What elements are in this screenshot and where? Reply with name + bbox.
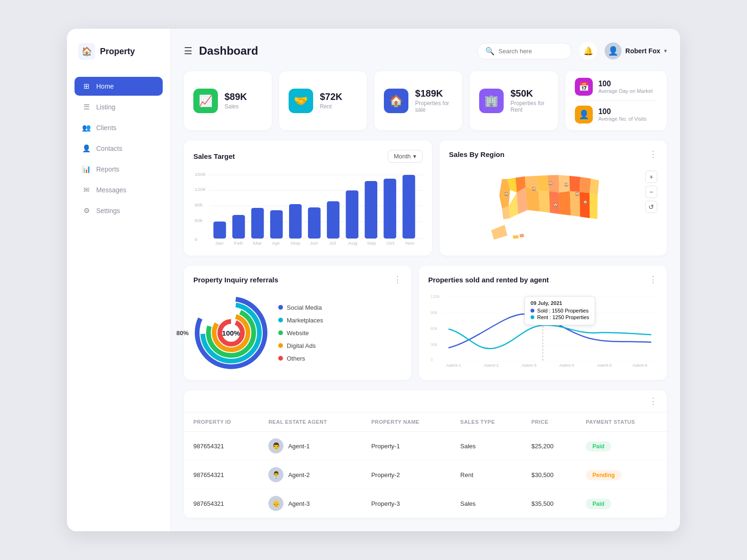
table-row: 987654321 👨 Agent-1 Property-1 Sales $25… xyxy=(184,432,667,461)
stat-card-double: 📅 100 Average Day on Market 👤 100 Averag… xyxy=(565,71,667,130)
sales-target-title: Sales Target xyxy=(193,152,235,160)
sidebar-item-clients[interactable]: 👥 Clients xyxy=(75,118,163,137)
sidebar-item-listing[interactable]: ☰ Listing xyxy=(75,98,163,116)
charts-row-2: Property Inquiry referrals ⋮ 80% xyxy=(184,266,667,380)
sidebar-item-home[interactable]: ⊞ Home xyxy=(75,77,163,96)
col-property-id: Property ID xyxy=(184,412,259,432)
properties-sale-label: Properties for sale xyxy=(415,100,453,113)
table-header-row: ⋮ xyxy=(184,390,667,412)
svg-text:Agent-1: Agent-1 xyxy=(446,363,461,367)
cell-property-name: Property-3 xyxy=(362,489,451,518)
svg-text:🏠: 🏠 xyxy=(564,182,569,187)
sidebar-item-contacts[interactable]: 👤 Contacts xyxy=(75,139,163,158)
cell-property-id: 987654321 xyxy=(184,432,259,461)
svg-text:Agent-6: Agent-6 xyxy=(632,363,647,367)
svg-rect-13 xyxy=(270,210,283,239)
svg-text:🏠: 🏠 xyxy=(553,202,558,207)
search-box[interactable]: 🔍 xyxy=(477,43,572,59)
chart-tooltip: 09 July, 2021 Sold : 1550 Properties Ren… xyxy=(524,296,595,325)
svg-text:Jun: Jun xyxy=(310,241,318,246)
avg-day-value: 100 xyxy=(598,80,653,88)
svg-text:Mar: Mar xyxy=(253,241,262,246)
refresh-button[interactable]: ↺ xyxy=(645,201,657,213)
sidebar-item-settings[interactable]: ⚙ Settings xyxy=(75,201,163,220)
properties-rent-value: $50K xyxy=(510,88,548,99)
bar-chart: 150k 120k 90k 60k 0 xyxy=(193,170,423,246)
svg-text:🏠: 🏠 xyxy=(531,186,536,191)
cell-sales-type: Rent xyxy=(451,461,522,489)
svg-rect-12 xyxy=(251,208,264,239)
more-options-icon[interactable]: ⋮ xyxy=(649,150,657,158)
cell-payment-status: Paid xyxy=(576,489,667,518)
search-input[interactable] xyxy=(498,48,564,55)
svg-text:60k: 60k xyxy=(431,326,438,331)
donut-legend: Social Media Marketplaces Website D xyxy=(278,304,323,362)
sales-value: $89K xyxy=(224,91,247,102)
legend-others: Others xyxy=(278,355,323,362)
donut-chart: 100% xyxy=(193,295,269,371)
legend-label-social: Social Media xyxy=(287,304,322,311)
agent-more-icon[interactable]: ⋮ xyxy=(649,275,657,284)
user-name: Robert Fox xyxy=(625,47,660,55)
contacts-icon: 👤 xyxy=(82,144,91,153)
payment-badge: Pending xyxy=(586,470,621,480)
cell-agent: 👨 Agent-1 xyxy=(259,432,362,461)
stat-card-properties-sale: 🏠 $189K Properties for sale xyxy=(374,71,462,130)
col-property-name: Property Name xyxy=(362,412,451,432)
legend-dot-marketplaces xyxy=(278,318,283,322)
sidebar-item-reports[interactable]: 📊 Reports xyxy=(75,160,163,179)
rent-icon: 🤝 xyxy=(289,89,313,113)
notification-button[interactable]: 🔔 xyxy=(579,42,597,60)
sidebar-label-clients: Clients xyxy=(96,124,116,132)
agent-name: Agent-3 xyxy=(288,500,310,507)
hamburger-icon[interactable]: ☰ xyxy=(184,45,192,57)
settings-icon: ⚙ xyxy=(82,206,91,215)
svg-rect-16 xyxy=(327,201,340,239)
map-area: 🏠 🏠 🏠 🏠 🏠 🏠 🏠 + − ↺ xyxy=(449,166,657,246)
page-title: Dashboard xyxy=(199,44,258,58)
rent-label: Rent xyxy=(320,103,342,110)
sidebar: 🏠 Property ⊞ Home ☰ Listing 👥 Clients 👤 … xyxy=(67,29,171,531)
svg-rect-15 xyxy=(308,207,321,239)
avg-visits-icon: 👤 xyxy=(575,106,593,124)
cell-price: $35,500 xyxy=(522,489,577,518)
tooltip-rent-dot xyxy=(531,315,534,319)
svg-text:120k: 120k xyxy=(194,187,206,192)
svg-text:150k: 150k xyxy=(194,172,206,177)
inquiry-more-icon[interactable]: ⋮ xyxy=(393,275,402,284)
properties-rent-label: Properties for Rent xyxy=(510,100,548,113)
donut-outer-label: 80% xyxy=(176,329,189,337)
stat-cards: 📈 $89K Sales 🤝 $72K Rent 🏠 $189K Propert… xyxy=(184,71,667,130)
usa-map-svg: 🏠 🏠 🏠 🏠 🏠 🏠 🏠 xyxy=(482,168,624,244)
svg-text:🏠: 🏠 xyxy=(504,191,509,196)
property-table: ⋮ Property ID Real Estate Agent Property… xyxy=(184,390,667,518)
bar-chart-svg: 150k 120k 90k 60k 0 xyxy=(193,170,423,246)
cell-agent: 👴 Agent-3 xyxy=(259,489,362,518)
col-payment-status: Payment Status xyxy=(576,412,667,432)
payment-badge: Paid xyxy=(586,441,611,452)
sidebar-label-settings: Settings xyxy=(96,207,120,214)
properties-sale-icon: 🏠 xyxy=(384,89,408,113)
sidebar-item-messages[interactable]: ✉ Messages xyxy=(75,181,163,199)
legend-dot-website xyxy=(278,330,283,335)
agent-name: Agent-1 xyxy=(288,443,310,450)
sales-icon: 📈 xyxy=(193,89,218,113)
table-more-icon[interactable]: ⋮ xyxy=(649,397,657,405)
month-dropdown[interactable]: Month ▾ xyxy=(388,150,423,163)
logo-text: Property xyxy=(100,47,135,57)
zoom-in-button[interactable]: + xyxy=(645,171,657,183)
sidebar-label-listing: Listing xyxy=(96,103,115,111)
zoom-out-button[interactable]: − xyxy=(645,186,657,198)
cell-payment-status: Paid xyxy=(576,432,667,461)
donut-center-label: 100% xyxy=(222,329,240,337)
user-profile[interactable]: 👤 Robert Fox ▾ xyxy=(605,42,667,59)
legend-label-digital: Digital Ads xyxy=(287,342,315,349)
sidebar-label-messages: Messages xyxy=(96,186,126,194)
donut-area: 80% xyxy=(193,291,402,371)
svg-text:Sep: Sep xyxy=(367,241,376,246)
map-controls: + − ↺ xyxy=(645,171,657,213)
cell-sales-type: Sales xyxy=(451,432,522,461)
tooltip-sold-dot xyxy=(531,309,534,313)
svg-text:90k: 90k xyxy=(431,310,438,315)
svg-text:Apr: Apr xyxy=(272,241,280,246)
